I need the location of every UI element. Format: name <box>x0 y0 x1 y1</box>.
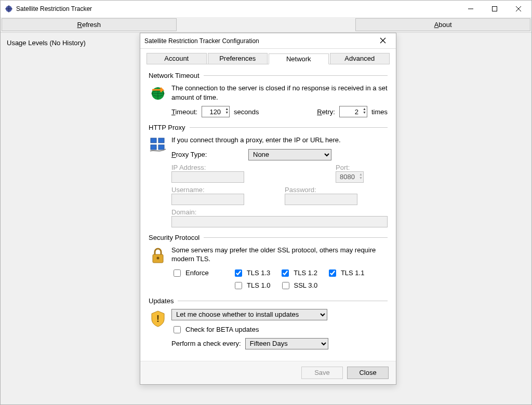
update-mode-select[interactable]: Let me choose whether to install updates <box>171 309 327 320</box>
enforce-checkbox[interactable]: Enforce <box>171 268 209 278</box>
retry-stepper[interactable]: ▲▼ <box>363 107 366 114</box>
about-button[interactable]: About <box>355 18 530 31</box>
maximize-button[interactable] <box>483 1 507 17</box>
dialog-tabs: Account Preferences Network Advanced <box>140 49 396 64</box>
domain-input <box>171 216 388 227</box>
app-title: Satellite Restriction Tracker <box>16 5 459 12</box>
updates-title: Updates <box>149 297 174 305</box>
tls11-checkbox[interactable]: TLS 1.1 <box>327 268 365 278</box>
svg-text:!: ! <box>156 314 159 324</box>
content-area: Usage Levels (No History) Satellite Rest… <box>1 33 531 404</box>
svg-rect-12 <box>158 145 164 150</box>
minimize-button[interactable] <box>459 1 483 17</box>
title-bar: Satellite Restriction Tracker <box>1 1 531 17</box>
ip-address-label: IP Address: <box>171 164 206 171</box>
times-label: times <box>371 108 388 116</box>
port-stepper: ▲▼ <box>359 172 363 180</box>
app-icon <box>5 5 13 13</box>
group-security-protocol: Security Protocol Some servers <box>149 234 388 291</box>
shield-alert-icon: ! <box>149 309 167 349</box>
globe-arrow-icon <box>149 84 167 117</box>
dialog-title: Satellite Restriction Tracker Configurat… <box>144 37 374 45</box>
tls10-checkbox[interactable]: TLS 1.0 <box>233 280 271 291</box>
group-http-proxy: HTTP Proxy <box>149 124 388 227</box>
password-input <box>285 194 357 205</box>
save-button: Save <box>301 367 343 379</box>
configuration-dialog: Satellite Restriction Tracker Configurat… <box>140 33 396 385</box>
tls13-checkbox[interactable]: TLS 1.3 <box>233 268 271 278</box>
tab-account[interactable]: Account <box>147 53 207 64</box>
group-network-timeout: Network Timeout <box>149 72 388 117</box>
domain-label: Domain: <box>171 208 196 216</box>
tab-advanced[interactable]: Advanced <box>330 53 390 64</box>
timeout-description: The connection to the server is closed i… <box>171 84 388 102</box>
main-toolbar: Refresh About <box>1 17 531 33</box>
app-window: Satellite Restriction Tracker Refresh Ab… <box>0 0 532 405</box>
window-controls <box>459 1 530 17</box>
svg-rect-11 <box>151 145 156 150</box>
port-label: Port: <box>336 164 350 171</box>
check-every-label: Perform a check every: <box>171 340 241 347</box>
password-label: Password: <box>285 186 316 194</box>
lock-icon <box>149 246 167 291</box>
svg-rect-9 <box>151 138 156 143</box>
dialog-buttons: Save Close <box>140 361 396 384</box>
svg-point-14 <box>157 256 159 259</box>
network-timeout-title: Network Timeout <box>149 72 200 79</box>
retry-label: Retry: <box>317 108 335 116</box>
close-dialog-button[interactable]: Close <box>347 367 389 379</box>
proxy-description: If you connect through a proxy, enter th… <box>171 136 388 145</box>
refresh-button[interactable]: Refresh <box>2 18 177 31</box>
seconds-label: seconds <box>234 108 259 116</box>
about-label: bout <box>438 21 451 29</box>
close-button[interactable] <box>507 1 530 17</box>
svg-rect-2 <box>493 7 497 11</box>
security-description: Some servers may prefer the older SSL pr… <box>171 246 388 264</box>
dialog-body: Network Timeout <box>140 64 396 361</box>
network-nodes-icon <box>149 136 167 227</box>
timeout-stepper[interactable]: ▲▼ <box>225 107 229 114</box>
ip-address-input <box>171 171 244 183</box>
proxy-type-label: Proxy Type: <box>171 151 244 158</box>
tab-preferences[interactable]: Preferences <box>208 53 268 64</box>
username-input <box>171 194 244 205</box>
refresh-label: efresh <box>82 21 101 29</box>
proxy-type-select[interactable]: None <box>248 149 331 160</box>
check-every-select[interactable]: Fifteen Days <box>245 338 328 349</box>
username-label: Username: <box>171 186 205 194</box>
dialog-title-bar: Satellite Restriction Tracker Configurat… <box>140 33 396 49</box>
usage-levels-label: Usage Levels (No History) <box>7 39 86 47</box>
group-updates: Updates ! Let me choose whether <box>149 297 388 349</box>
tab-network[interactable]: Network <box>269 53 329 64</box>
beta-checkbox[interactable]: Check for BETA updates <box>171 325 382 335</box>
timeout-label: Timeout: <box>171 108 197 116</box>
dialog-close-button[interactable] <box>374 37 392 45</box>
ssl30-checkbox[interactable]: SSL 3.0 <box>280 280 318 291</box>
security-protocol-title: Security Protocol <box>149 234 200 241</box>
tls12-checkbox[interactable]: TLS 1.2 <box>280 268 317 278</box>
http-proxy-title: HTTP Proxy <box>149 124 185 131</box>
svg-rect-10 <box>158 138 164 143</box>
